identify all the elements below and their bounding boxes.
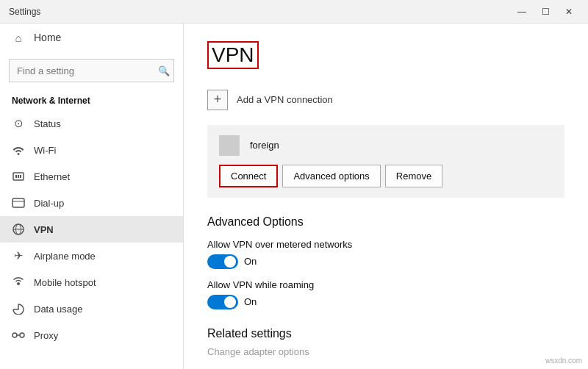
toggle-metered-state: On [244,256,257,267]
ethernet-icon [12,170,25,183]
window-controls: — ☐ ✕ [512,3,579,21]
minimize-button[interactable]: — [512,3,532,21]
wifi-icon [12,143,25,157]
sidebar-section-title: Network & Internet [0,90,183,110]
sidebar-item-label: Ethernet [34,171,70,182]
vpn-entry-name: foreign [250,140,279,151]
toggle-roaming-row: Allow VPN while roaming On [207,279,564,309]
main-content: VPN + Add a VPN connection foreign Conne… [184,24,588,369]
close-button[interactable]: ✕ [559,3,579,21]
app-title: Settings [9,7,40,17]
sidebar-item-label: Data usage [34,304,83,315]
page-title: VPN [207,41,259,69]
svg-rect-2 [18,175,19,178]
toggle-metered-control: On [207,254,564,269]
vpn-icon [12,223,25,236]
sidebar-item-airplane[interactable]: ✈ Airplane mode [0,243,183,269]
remove-button[interactable]: Remove [385,165,442,187]
toggle-roaming-control: On [207,295,564,309]
home-icon: ⌂ [12,31,25,44]
search-input[interactable] [9,59,174,82]
search-icon[interactable]: 🔍 [158,65,170,76]
sidebar-item-dialup[interactable]: Dial-up [0,190,183,216]
sidebar-item-ethernet[interactable]: Ethernet [0,163,183,190]
sidebar-item-wifi[interactable]: Wi-Fi [0,137,183,163]
sidebar-item-datausage[interactable]: Data usage [0,295,183,322]
sidebar-item-home[interactable]: ⌂ Home [0,24,183,51]
hotspot-icon [12,276,25,289]
sidebar-item-label: VPN [34,224,54,235]
sidebar-item-label: Airplane mode [34,251,96,262]
add-vpn-icon: + [207,90,228,110]
dialup-icon [12,196,25,209]
sidebar-item-label: Wi-Fi [34,145,56,156]
sidebar-item-hotspot[interactable]: Mobile hotspot [0,269,183,295]
svg-point-11 [20,333,24,337]
toggle-roaming-switch[interactable] [207,295,238,309]
toggle-roaming-label: Allow VPN while roaming [207,279,564,290]
watermark: wsxdn.com [545,357,582,365]
title-bar: Settings — ☐ ✕ [0,0,588,24]
svg-rect-1 [15,175,17,178]
advanced-options-button[interactable]: Advanced options [282,165,380,187]
vpn-buttons: Connect Advanced options Remove [219,165,553,187]
advanced-section-heading: Advanced Options [207,215,564,229]
sidebar-item-label: Dial-up [34,198,64,209]
add-vpn-label: Add a VPN connection [237,94,333,105]
vpn-entry-header: foreign [219,135,553,156]
connect-button[interactable]: Connect [219,165,278,187]
sidebar-home-label: Home [34,32,61,43]
add-vpn-row[interactable]: + Add a VPN connection [207,87,564,113]
sidebar-item-proxy[interactable]: Proxy [0,322,183,348]
proxy-icon [12,329,25,342]
datausage-icon [12,302,25,315]
status-icon: ⊙ [12,117,25,130]
airplane-icon: ✈ [12,249,25,262]
sidebar-item-label: Status [34,118,61,129]
sidebar-item-label: Mobile hotspot [34,277,96,288]
vpn-entry: foreign Connect Advanced options Remove [207,125,564,198]
sidebar-item-vpn[interactable]: VPN [0,216,183,243]
svg-point-9 [17,282,20,285]
related-section-heading: Related settings [207,327,564,340]
toggle-roaming-state: On [244,296,257,307]
sidebar-item-status[interactable]: ⊙ Status [0,110,183,137]
svg-point-10 [12,333,17,337]
svg-rect-3 [20,175,21,178]
sidebar: ⌂ Home 🔍 Network & Internet ⊙ Status Wi-… [0,24,184,369]
vpn-entry-icon [219,135,240,156]
maximize-button[interactable]: ☐ [535,3,556,21]
svg-rect-4 [12,198,24,207]
toggle-metered-label: Allow VPN over metered networks [207,239,564,250]
app-container: ⌂ Home 🔍 Network & Internet ⊙ Status Wi-… [0,24,588,369]
sidebar-search: 🔍 [9,59,174,82]
sidebar-item-label: Proxy [34,330,58,341]
toggle-metered-switch[interactable] [207,254,238,269]
toggle-metered-row: Allow VPN over metered networks On [207,239,564,269]
change-adapter-link[interactable]: Change adapter options [207,346,564,357]
